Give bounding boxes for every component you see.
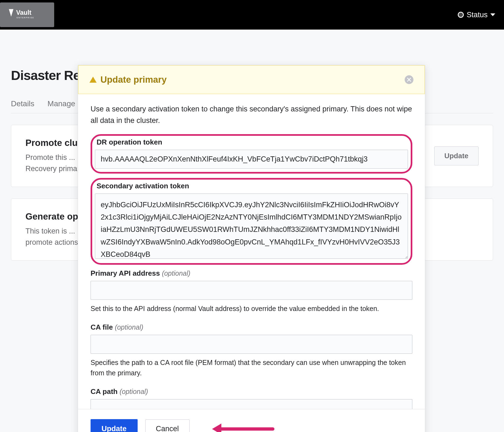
close-button[interactable]	[405, 75, 413, 84]
status-indicator-icon	[458, 12, 464, 18]
chevron-down-icon	[490, 13, 495, 16]
api-address-help: Set this to the API address (normal Vaul…	[91, 304, 412, 314]
vault-logo: VaultENTERPRISE	[0, 2, 54, 27]
dr-token-highlight: DR operation token	[91, 134, 412, 174]
secondary-token-highlight: Secondary activation token	[91, 178, 412, 265]
update-primary-modal: Update primary Use a secondary activatio…	[78, 65, 425, 432]
api-address-label: Primary API address (optional)	[91, 269, 412, 278]
close-icon	[407, 77, 411, 82]
svg-text:Vault: Vault	[16, 9, 31, 16]
top-navbar: VaultENTERPRISE Status	[0, 0, 504, 30]
ca-path-label: CA path (optional)	[91, 387, 412, 396]
modal-footer: Update Cancel	[78, 409, 425, 432]
svg-text:ENTERPRISE: ENTERPRISE	[17, 16, 34, 19]
modal-header: Update primary	[78, 65, 425, 94]
secondary-token-input[interactable]	[95, 194, 408, 259]
annotation-arrow	[212, 424, 274, 432]
modal-title: Update primary	[100, 74, 167, 85]
cancel-button[interactable]: Cancel	[145, 419, 190, 432]
api-address-input[interactable]	[91, 281, 412, 300]
dr-token-label: DR operation token	[97, 138, 408, 146]
secondary-token-label: Secondary activation token	[97, 182, 408, 190]
ca-file-input[interactable]	[91, 335, 412, 354]
ca-path-input[interactable]	[91, 399, 412, 409]
ca-file-help: Specifies the path to a CA root file (PE…	[91, 358, 412, 378]
update-submit-button[interactable]: Update	[91, 419, 138, 432]
warning-icon	[89, 77, 97, 83]
dr-token-input[interactable]	[95, 150, 408, 169]
ca-file-label: CA file (optional)	[91, 323, 412, 332]
status-dropdown[interactable]: Status	[458, 11, 495, 19]
status-label: Status	[467, 11, 488, 19]
modal-description: Use a secondary activation token to chan…	[91, 103, 412, 126]
